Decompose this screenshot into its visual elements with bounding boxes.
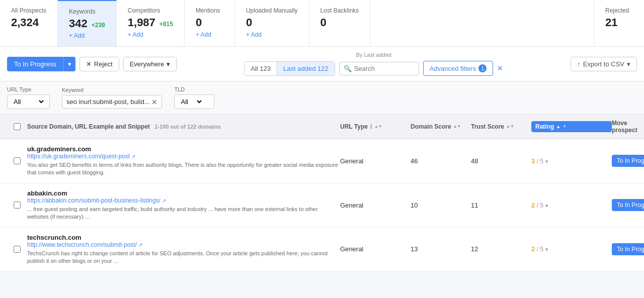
row-checkbox-cell-3[interactable] [7, 246, 27, 253]
stat-delta-competitors: +815 [159, 21, 173, 28]
filter-tabs: All 123 Last added 122 [244, 61, 335, 76]
row-checkbox-2[interactable] [14, 202, 21, 209]
to-in-progress-group: To In Progress ▾ [7, 57, 75, 71]
filters-row: URL Type All General Blog Forum Keyword … [0, 81, 644, 115]
toolbar-center: By Last added All 123 Last added 122 🔍 A… [181, 52, 567, 76]
search-input[interactable] [354, 65, 415, 72]
url-type-select[interactable]: All General Blog Forum [12, 97, 45, 106]
domain-name-2: abbakin.com [27, 189, 340, 197]
to-in-progress-row-3[interactable]: To In Progress [612, 243, 644, 255]
stat-uploaded-manually[interactable]: Uploaded Manually 0 + Add [235, 0, 309, 46]
reject-label: Reject [94, 60, 113, 68]
domain-url-link-1[interactable]: https://uk.grademiners.com/quest-post [27, 153, 130, 160]
stat-value-all-prospects: 2,324 [11, 16, 46, 29]
keyword-value: seo inurl:submit-post, build... [66, 98, 149, 106]
tab-last-added[interactable]: Last added 122 [277, 62, 335, 75]
stat-lost-backlinks[interactable]: Lost Backlinks 0 [309, 0, 371, 46]
header-domain-score-label: Domain Score [411, 123, 451, 130]
stat-competitors[interactable]: Competitors 1,987 +815 + Add [117, 0, 185, 46]
rating-val-2: 2 [531, 202, 535, 209]
prospects-table: Source Domain, URL Example and Snippet 1… [0, 115, 644, 271]
rating-arrow-2[interactable]: ▾ [545, 203, 548, 209]
stat-mentions[interactable]: Mentions 0 + Add [185, 0, 235, 46]
chevron-down-icon: ▾ [167, 60, 170, 68]
stat-label-mentions: Mentions [196, 7, 223, 14]
stat-value-competitors: 1,987 [128, 16, 155, 29]
keyword-filter-wrap[interactable]: seo inurl:submit-post, build... ✕ [62, 95, 162, 109]
everywhere-label: Everywhere [130, 60, 165, 68]
domain-name-3: techscrunch.com [27, 234, 340, 241]
keyword-filter-group: Keyword seo inurl:submit-post, build... … [62, 87, 162, 109]
advanced-filters-button[interactable]: Advanced filters 1 [423, 61, 494, 76]
export-button[interactable]: ↑ Export to CSV ▾ [571, 57, 637, 71]
url-type-select-wrap[interactable]: All General Blog Forum [7, 94, 50, 109]
header-checkbox-cell[interactable] [7, 123, 27, 130]
to-in-progress-dropdown[interactable]: ▾ [63, 57, 75, 71]
domain-url-link-2[interactable]: https://abbakin.com/submit-post-business… [27, 197, 160, 204]
rating-max-3: / 5 [537, 246, 543, 253]
row-checkbox-3[interactable] [14, 246, 21, 253]
header-source-label: Source Domain, URL Example and Snippet [27, 123, 150, 130]
header-url-type[interactable]: URL Type ℹ ▲▼ [340, 123, 411, 130]
stat-add-keywords[interactable]: + Add [69, 32, 105, 39]
stat-add-mentions[interactable]: + Add [196, 31, 223, 38]
stat-add-uploaded[interactable]: + Add [246, 31, 298, 38]
select-all-checkbox[interactable] [14, 123, 21, 130]
header-domain-score[interactable]: Domain Score ▲▼ [411, 123, 471, 130]
header-trust-score[interactable]: Trust Score ▲▼ [471, 123, 531, 130]
header-source: Source Domain, URL Example and Snippet 1… [27, 123, 340, 130]
stat-keywords[interactable]: Keywords 342 +239 + Add [58, 0, 117, 46]
row-trust-score-1: 48 [471, 157, 531, 165]
close-advanced-filter-button[interactable]: ✕ [497, 64, 503, 72]
stat-value-lost: 0 [320, 16, 359, 29]
row-action-2: To In Progress ▾ ✕ [612, 199, 637, 212]
row-url-type-1: General [340, 157, 411, 165]
rating-max-1: / 5 [537, 158, 543, 165]
stat-add-competitors[interactable]: + Add [128, 31, 173, 38]
rating-arrow-3[interactable]: ▾ [545, 246, 548, 252]
stat-rejected[interactable]: Rejected 21 [594, 0, 644, 46]
tld-select-wrap[interactable]: All .com .net .org [174, 94, 214, 109]
reject-x-icon: ✕ [86, 60, 92, 68]
row-rating-1: 3 / 5 ▾ [531, 157, 612, 165]
table-row: abbakin.com https://abbakin.com/submit-p… [0, 183, 644, 228]
rating-arrow-1[interactable]: ▾ [545, 158, 548, 164]
search-wrap[interactable]: 🔍 [339, 62, 419, 75]
row-action-1: To In Progress ▾ ✕ [612, 155, 637, 167]
tld-select[interactable]: All .com .net .org [179, 97, 203, 106]
row-checkbox-cell-1[interactable] [7, 157, 27, 164]
row-source-1: uk.grademiners.com https://uk.grademiner… [27, 145, 340, 177]
domain-url-link-3[interactable]: http://www.techscrunch.com/submit-post/ [27, 241, 137, 248]
row-checkbox-1[interactable] [14, 157, 21, 164]
everywhere-button[interactable]: Everywhere ▾ [123, 57, 177, 71]
search-icon: 🔍 [344, 65, 352, 72]
domain-score-sort-icon: ▲▼ [453, 125, 461, 129]
stat-label-all-prospects: All Prospects [11, 7, 46, 14]
row-action-3: To In Progress ▾ ✕ [612, 243, 637, 255]
to-in-progress-row-1[interactable]: To In Progress [612, 155, 644, 167]
rating-arrows-icon: ▼ [562, 125, 567, 129]
rating-max-2: / 5 [537, 202, 543, 209]
stat-all-prospects[interactable]: All Prospects 2,324 [0, 0, 58, 46]
stat-value-mentions: 0 [196, 16, 223, 29]
header-rating[interactable]: Rating ▲ ▼ [531, 121, 612, 132]
stat-label-competitors: Competitors [128, 7, 173, 14]
to-in-progress-row-2[interactable]: To In Progress [612, 199, 644, 211]
domain-url-1: https://uk.grademiners.com/quest-post ↗ [27, 153, 340, 160]
to-in-progress-button[interactable]: To In Progress [7, 57, 63, 71]
row-rating-2: 2 / 5 ▾ [531, 202, 612, 209]
by-last-added-label: By Last added [356, 52, 391, 58]
tab-all[interactable]: All 123 [245, 62, 277, 75]
domain-url-3: http://www.techscrunch.com/submit-post/ … [27, 241, 340, 248]
keyword-clear-button[interactable]: ✕ [151, 98, 157, 106]
stat-label-keywords: Keywords [69, 8, 105, 15]
tld-filter-group: TLD All .com .net .org [174, 86, 214, 109]
reject-button[interactable]: ✕ Reject [79, 57, 119, 71]
url-type-label: URL Type [7, 86, 50, 92]
url-type-sort-icon: ▲▼ [374, 125, 382, 129]
toolbar: To In Progress ▾ ✕ Reject Everywhere ▾ B… [0, 47, 644, 81]
domain-snippet-2: ... free guest posting and earn targeted… [27, 206, 340, 221]
row-checkbox-cell-2[interactable] [7, 202, 27, 209]
domain-snippet-3: TechsCrunch has right to change content … [27, 250, 340, 265]
row-url-type-3: General [340, 245, 411, 253]
